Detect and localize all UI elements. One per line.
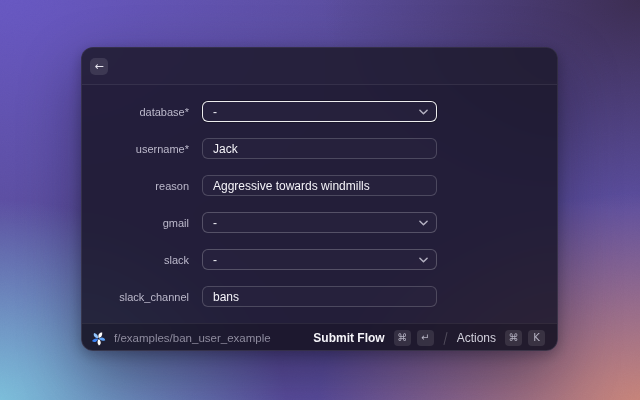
chevron-down-icon bbox=[419, 257, 428, 263]
gmail-select[interactable]: - bbox=[202, 212, 437, 233]
form-row-slack: slack - bbox=[82, 249, 557, 270]
field-label-gmail: gmail bbox=[82, 217, 202, 229]
footer-divider bbox=[443, 332, 447, 345]
field-label-reason: reason bbox=[82, 180, 202, 192]
form-row-slack-channel: slack_channel bbox=[82, 286, 557, 307]
window-header: ← bbox=[82, 48, 557, 85]
window-footer: f/examples/ban_user_example Submit Flow … bbox=[82, 323, 557, 351]
field-label-username: username* bbox=[82, 143, 202, 155]
form-row-database: database* - bbox=[82, 101, 557, 122]
actions-button[interactable]: Actions bbox=[457, 331, 496, 345]
select-value: - bbox=[213, 253, 217, 267]
field-label-slack: slack bbox=[82, 254, 202, 266]
flow-form-window: ← database* - username* bbox=[81, 47, 558, 351]
slack-channel-input[interactable] bbox=[202, 286, 437, 307]
k-key-badge[interactable]: K bbox=[528, 330, 545, 346]
back-button[interactable]: ← bbox=[90, 58, 108, 75]
slack-select[interactable]: - bbox=[202, 249, 437, 270]
username-input[interactable] bbox=[202, 138, 437, 159]
form-row-reason: reason bbox=[82, 175, 557, 196]
reason-input[interactable] bbox=[202, 175, 437, 196]
field-label-slack-channel: slack_channel bbox=[82, 291, 202, 303]
chevron-down-icon bbox=[419, 109, 428, 115]
form-row-username: username* bbox=[82, 138, 557, 159]
windmill-logo-icon bbox=[91, 331, 106, 346]
database-select[interactable]: - bbox=[202, 101, 437, 122]
field-label-database: database* bbox=[82, 106, 202, 118]
cmd-key-badge[interactable]: ⌘ bbox=[394, 330, 411, 346]
cmd-key-badge[interactable]: ⌘ bbox=[505, 330, 522, 346]
desktop-background: ← database* - username* bbox=[0, 0, 640, 400]
form-body: database* - username* reason bbox=[82, 85, 557, 323]
select-value: - bbox=[213, 216, 217, 230]
select-value: - bbox=[213, 105, 217, 119]
enter-key-badge[interactable]: ↵ bbox=[417, 330, 434, 346]
arrow-left-icon: ← bbox=[94, 61, 103, 72]
submit-flow-button[interactable]: Submit Flow bbox=[313, 331, 384, 345]
flow-path: f/examples/ban_user_example bbox=[114, 332, 271, 344]
form-row-gmail: gmail - bbox=[82, 212, 557, 233]
chevron-down-icon bbox=[419, 220, 428, 226]
